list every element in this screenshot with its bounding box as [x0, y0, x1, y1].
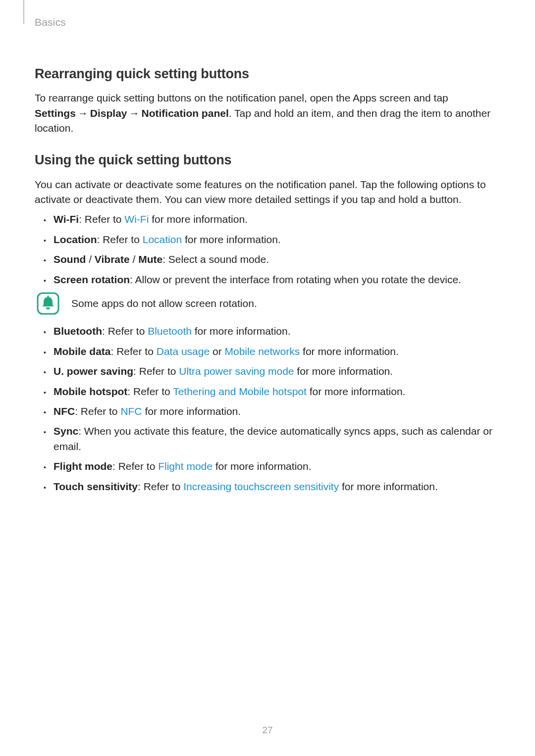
item-label: Touch sensitivity: [54, 481, 138, 492]
item-label: Bluetooth: [54, 325, 102, 337]
link-ultra-power[interactable]: Ultra power saving mode: [179, 365, 294, 377]
link-bluetooth[interactable]: Bluetooth: [148, 325, 192, 337]
item-pre: : Refer to: [127, 386, 173, 397]
item-label: Sync: [54, 425, 78, 437]
link-flight-mode[interactable]: Flight mode: [158, 460, 213, 472]
list-item-location: Location: Refer to Location for more inf…: [54, 232, 500, 247]
settings-list-bottom: Bluetooth: Refer to Bluetooth for more i…: [35, 324, 500, 494]
item-post: for more information.: [182, 234, 281, 245]
content: Rearranging quick setting buttons To rea…: [35, 0, 500, 494]
page-number: 27: [0, 723, 535, 737]
link-touch-sensitivity[interactable]: Increasing touchscreen sensitivity: [183, 481, 339, 492]
item-label: NFC: [54, 405, 75, 417]
item-label: Location: [54, 234, 97, 245]
page: Basics Rearranging quick setting buttons…: [0, 0, 535, 756]
item-post: for more information.: [192, 325, 291, 337]
chapter-header: Basics: [35, 15, 66, 30]
list-item-upowersaving: U. power saving: Refer to Ultra power sa…: [54, 364, 500, 379]
list-item-touch: Touch sensitivity: Refer to Increasing t…: [54, 479, 500, 494]
section-heading-using: Using the quick setting buttons: [35, 151, 500, 170]
arrow-icon: →: [127, 107, 142, 119]
item-pre: : Refer to: [75, 405, 120, 417]
item-label: Mobile data: [54, 346, 111, 357]
item-pre: : Refer to: [111, 346, 157, 357]
list-item-sync: Sync: When you activate this feature, th…: [54, 424, 500, 454]
item-label: Mobile hotspot: [54, 386, 127, 397]
list-item-nfc: NFC: Refer to NFC for more information.: [54, 404, 500, 419]
item-post: for more information.: [142, 405, 241, 417]
item-label: Flight mode: [54, 460, 112, 472]
item-pre: : Refer to: [102, 325, 148, 337]
item-post: : Select a sound mode.: [162, 253, 269, 265]
link-location[interactable]: Location: [143, 234, 182, 245]
item-post: : Allow or prevent the interface from ro…: [130, 274, 461, 285]
list-item-flight: Flight mode: Refer to Flight mode for mo…: [54, 459, 500, 474]
link-nfc[interactable]: NFC: [120, 405, 142, 417]
section2-intro: You can activate or deactivate some feat…: [35, 177, 500, 207]
path-notification-panel: Notification panel: [142, 107, 229, 119]
section1-intro-pre: To rearrange quick setting buttons on th…: [35, 92, 448, 103]
item-post: for more information.: [300, 346, 399, 357]
section-heading-rearranging: Rearranging quick setting buttons: [35, 64, 500, 84]
link-tethering[interactable]: Tethering and Mobile hotspot: [173, 386, 307, 397]
item-post: for more information.: [307, 386, 406, 397]
item-post: for more information.: [339, 481, 438, 492]
settings-list-top: Wi-Fi: Refer to Wi-Fi for more informati…: [35, 212, 500, 287]
note-text: Some apps do not allow screen rotation.: [71, 296, 257, 311]
item-label-mute: Mute: [138, 253, 162, 265]
item-label-vibrate: Vibrate: [95, 253, 130, 265]
list-item-hotspot: Mobile hotspot: Refer to Tethering and M…: [54, 384, 500, 399]
item-label: Wi-Fi: [54, 213, 79, 225]
item-mid: or: [210, 346, 224, 357]
item-post: for more information.: [294, 365, 393, 377]
item-pre: : Refer to: [133, 365, 179, 377]
bell-icon: [37, 292, 59, 315]
item-pre: : Refer to: [79, 213, 124, 225]
item-post: for more information.: [149, 213, 248, 225]
list-item-bluetooth: Bluetooth: Refer to Bluetooth for more i…: [54, 324, 500, 339]
list-item-rotation: Screen rotation: Allow or prevent the in…: [54, 272, 500, 287]
link-wifi[interactable]: Wi-Fi: [124, 213, 149, 225]
item-pre: : Refer to: [97, 234, 143, 245]
item-pre: : Refer to: [138, 481, 183, 492]
link-data-usage[interactable]: Data usage: [157, 346, 210, 357]
header-divider: [23, 0, 24, 24]
arrow-icon: →: [76, 107, 90, 119]
link-mobile-networks[interactable]: Mobile networks: [224, 346, 300, 357]
item-label-sound: Sound: [54, 253, 86, 265]
list-item-sound: Sound / Vibrate / Mute: Select a sound m…: [54, 252, 500, 267]
item-label: U. power saving: [54, 365, 133, 377]
path-settings: Settings: [35, 107, 76, 119]
item-label: Screen rotation: [54, 274, 130, 285]
path-display: Display: [90, 107, 127, 119]
list-item-mobile-data: Mobile data: Refer to Data usage or Mobi…: [54, 344, 500, 359]
item-post: : When you activate this feature, the de…: [54, 425, 492, 452]
section1-paragraph: To rearrange quick setting buttons on th…: [35, 91, 500, 136]
item-post: for more information.: [213, 460, 312, 472]
list-item-wifi: Wi-Fi: Refer to Wi-Fi for more informati…: [54, 212, 500, 227]
note: Some apps do not allow screen rotation.: [35, 292, 500, 315]
svg-rect-1: [48, 296, 49, 298]
item-pre: : Refer to: [112, 460, 158, 472]
